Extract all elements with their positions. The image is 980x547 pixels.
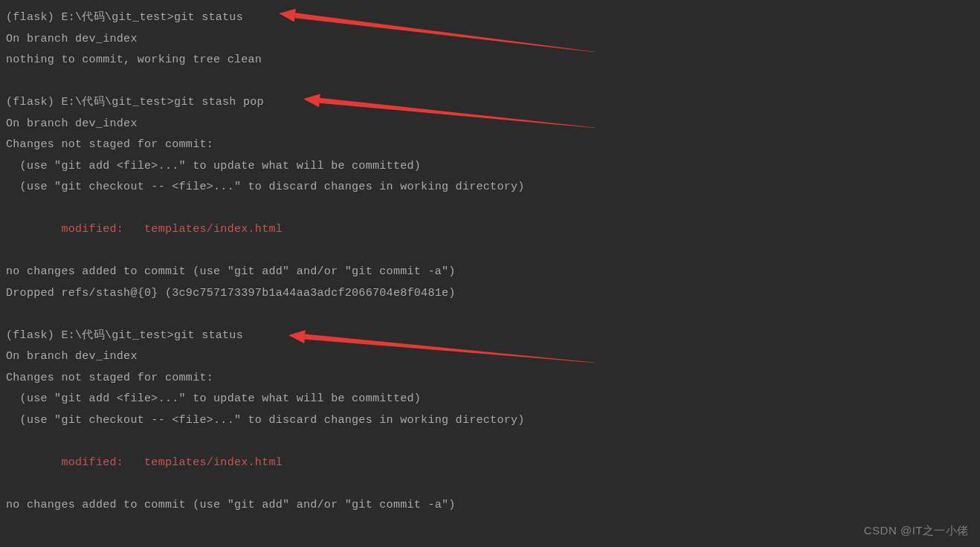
output-line: On branch dev_index <box>6 114 974 135</box>
output-line: modified: templates/index.html <box>6 219 974 241</box>
prompt: (flask) E:\代码\git_test> <box>6 11 174 24</box>
output-line <box>6 431 974 453</box>
output-line: (use "git checkout -- <file>..." to disc… <box>6 177 974 198</box>
blank-line <box>6 304 974 326</box>
output-line: no changes added to commit (use "git add… <box>6 495 974 517</box>
output-line: modified: templates/index.html <box>6 453 974 474</box>
watermark-text: CSDN @IT之一小佬 <box>864 520 969 542</box>
output-line: (use "git add <file>..." to update what … <box>6 389 974 410</box>
command-line: (flask) E:\代码\git_test>git status <box>6 326 974 347</box>
output-line <box>6 473 974 495</box>
command-text: git status <box>174 11 243 24</box>
output-line: On branch dev_index <box>6 29 974 51</box>
command-line: (flask) E:\代码\git_test>git status <box>6 7 974 29</box>
command-text: git status <box>174 329 243 342</box>
blank-line <box>6 516 974 537</box>
output-line <box>6 241 974 262</box>
prompt: (flask) E:\代码\git_test> <box>6 329 174 342</box>
output-line: On branch dev_index <box>6 346 974 368</box>
blank-line <box>6 71 974 93</box>
command-line: (flask) E:\代码\git_test>git stash pop <box>6 92 974 114</box>
output-line: Dropped refs/stash@{0} (3c9c757173397b1a… <box>6 283 974 305</box>
output-line: nothing to commit, working tree clean <box>6 50 974 71</box>
output-line: Changes not staged for commit: <box>6 368 974 389</box>
terminal-output: (flask) E:\代码\git_test>git statusOn bran… <box>6 7 974 537</box>
output-line: Changes not staged for commit: <box>6 135 974 156</box>
command-text: git stash pop <box>174 96 264 109</box>
output-line: no changes added to commit (use "git add… <box>6 262 974 283</box>
prompt: (flask) E:\代码\git_test> <box>6 96 174 109</box>
output-line <box>6 198 974 220</box>
output-line: (use "git add <file>..." to update what … <box>6 156 974 178</box>
output-line: (use "git checkout -- <file>..." to disc… <box>6 410 974 432</box>
